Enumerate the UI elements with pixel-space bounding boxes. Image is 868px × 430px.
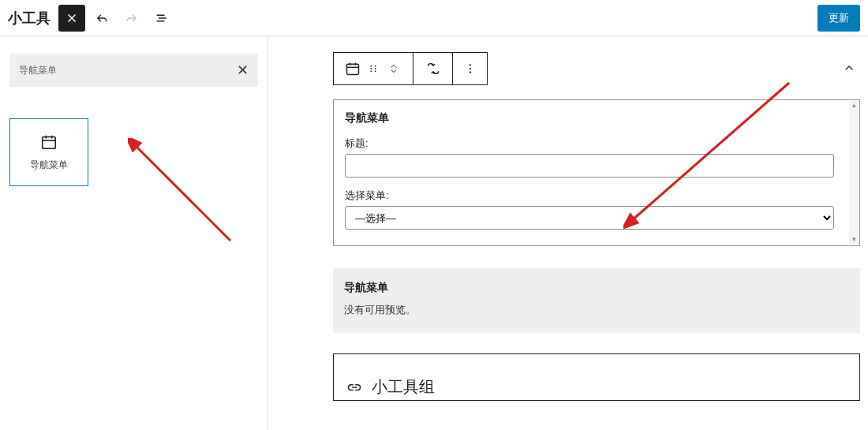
clear-search-button[interactable]: ✕ — [237, 62, 249, 79]
close-button[interactable] — [58, 5, 85, 32]
widget-preview-card: 导航菜单 没有可用预览。 — [333, 268, 860, 333]
move-up-down-icon — [384, 61, 403, 77]
svg-point-5 — [375, 68, 376, 69]
redo-icon — [125, 11, 139, 25]
title-input[interactable] — [345, 154, 834, 178]
svg-point-4 — [370, 68, 372, 69]
more-options-button[interactable] — [452, 53, 487, 84]
close-icon — [65, 11, 79, 25]
transform-button[interactable] — [413, 53, 452, 84]
svg-point-2 — [370, 65, 372, 67]
update-button[interactable]: 更新 — [817, 5, 860, 32]
undo-button[interactable] — [88, 5, 115, 32]
more-vertical-icon — [464, 62, 477, 75]
page-title: 小工具 — [8, 9, 51, 28]
block-toolbar — [333, 52, 488, 85]
svg-point-9 — [469, 68, 470, 69]
svg-rect-1 — [347, 64, 359, 74]
svg-point-3 — [375, 65, 376, 67]
widget-group-label: 小工具组 — [372, 376, 435, 398]
collapse-button[interactable] — [838, 57, 860, 79]
search-term-label: 导航菜单 — [19, 64, 237, 77]
svg-point-8 — [469, 64, 470, 65]
editor-canvas: ▴ ▾ 导航菜单 标题: 选择菜单: —选择— 导航菜单 没有可用预览。 小工具… — [268, 36, 868, 430]
list-icon — [155, 11, 169, 25]
svg-rect-0 — [43, 136, 56, 148]
preview-heading: 导航菜单 — [344, 281, 849, 295]
chevron-up-icon — [843, 62, 855, 74]
search-result-bar: 导航菜单 ✕ — [9, 54, 258, 87]
menu-select[interactable]: —选择— — [345, 206, 834, 230]
title-field-label: 标题: — [345, 136, 848, 151]
inserter-panel: 导航菜单 ✕ 导航菜单 — [0, 36, 268, 430]
swap-icon — [425, 60, 442, 77]
block-type-controls[interactable] — [334, 53, 413, 84]
scrollbar[interactable]: ▴ ▾ — [849, 101, 859, 245]
scroll-up-icon: ▴ — [849, 101, 859, 110]
widget-group-block[interactable]: 小工具组 — [333, 353, 860, 401]
select-menu-label: 选择菜单: — [345, 189, 848, 203]
outline-button[interactable] — [148, 5, 175, 32]
widget-tile-nav-menu[interactable]: 导航菜单 — [9, 118, 88, 186]
preview-body: 没有可用预览。 — [344, 303, 849, 317]
widget-config-card: ▴ ▾ 导航菜单 标题: 选择菜单: —选择— — [333, 99, 860, 246]
undo-icon — [95, 11, 109, 25]
widget-tile-label: 导航菜单 — [30, 159, 68, 172]
link-icon — [346, 380, 362, 395]
svg-point-6 — [370, 70, 372, 72]
svg-point-7 — [375, 70, 376, 72]
svg-point-10 — [469, 72, 470, 73]
config-heading: 导航菜单 — [345, 111, 848, 125]
drag-handle-icon — [364, 62, 383, 75]
scroll-down-icon: ▾ — [849, 235, 859, 245]
calendar-icon — [40, 133, 58, 151]
header-bar: 小工具 更新 — [0, 0, 868, 36]
redo-button[interactable] — [118, 5, 145, 32]
calendar-icon — [343, 61, 362, 77]
